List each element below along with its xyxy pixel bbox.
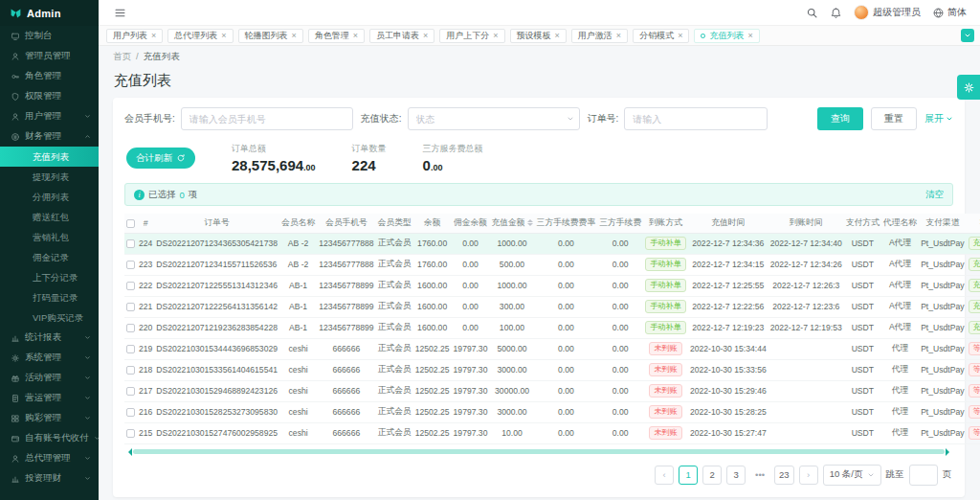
tab-options-button[interactable] [961,29,974,42]
table-row-215[interactable]: 215DS202210301527476002958925ceshi666666… [124,422,980,443]
scroll-left-icon[interactable] [124,448,132,456]
tab-分销模式[interactable]: 分销模式× [633,29,689,43]
col-amount[interactable]: 充值金额 [489,214,534,233]
tab-close-icon[interactable]: × [151,32,156,40]
row-checkbox[interactable] [126,303,135,311]
sidebar-item-管理员管理[interactable]: 管理员管理 [0,46,99,66]
cell-order-no: DS202212071225551314312346 [154,275,279,296]
totals-refresh-button[interactable]: 合计刷新 [126,148,195,169]
user-menu[interactable]: 超级管理员 [854,5,921,20]
table-row-223[interactable]: 223DS202212071234155711526536AB -2123456… [124,254,980,275]
sidebar-item-系统管理[interactable]: 系统管理 [0,348,99,368]
tab-close-icon[interactable]: × [555,32,560,40]
cell-order-no: DS202210301528253273095830 [154,401,279,422]
sidebar-subitem-分佣列表[interactable]: 分佣列表 [0,187,99,207]
tab-用户列表[interactable]: 用户列表× [106,29,163,43]
settings-panel-button[interactable] [957,75,980,100]
tab-close-icon[interactable]: × [493,32,498,40]
table-row-220[interactable]: 220DS202212071219236283854228AB-11234567… [124,317,980,338]
sidebar-item-统计报表[interactable]: 统计报表 [0,328,99,348]
breadcrumb-home[interactable]: 首页 [113,51,131,63]
tab-总代理列表[interactable]: 总代理列表× [167,29,233,43]
sidebar-item-用户管理[interactable]: 用户管理 [0,106,99,126]
sidebar-item-控制台[interactable]: 控制台 [0,26,99,46]
row-checkbox[interactable] [126,345,135,353]
filter-order: 订单号: [588,107,768,130]
search-icon[interactable] [806,7,818,19]
row-checkbox[interactable] [126,239,135,248]
sidebar-item-总代理管理[interactable]: 总代理管理 [0,448,99,468]
page-button-2[interactable]: 2 [702,466,722,485]
page-button-23[interactable]: 23 [774,466,794,485]
row-checkbox[interactable] [126,282,135,290]
table-row-224[interactable]: 224DS202212071234365305421738AB -2123456… [124,233,980,254]
logo[interactable]: Admin [0,0,99,26]
scroll-right-icon[interactable] [946,448,953,456]
sidebar-item-权限管理[interactable]: 权限管理 [0,86,99,106]
scrollbar-thumb[interactable] [133,449,945,454]
chevron-down-icon [84,455,91,462]
tab-close-icon[interactable]: × [747,32,752,40]
row-checkbox[interactable] [126,408,135,417]
row-checkbox[interactable] [126,324,135,332]
tab-close-icon[interactable]: × [616,32,621,40]
sidebar-subitem-佣金记录[interactable]: 佣金记录 [0,247,99,267]
sidebar-subitem-VIP购买记录[interactable]: VIP购买记录 [0,307,99,328]
tab-预设模板[interactable]: 预设模板× [510,29,567,43]
table-row-218[interactable]: 218DS202210301533561404615541ceshi666666… [124,359,980,380]
sidebar-item-角色管理[interactable]: 角色管理 [0,66,99,86]
language-switcher[interactable]: 简体 [932,6,967,19]
table-row-217[interactable]: 217DS202210301529468892423126ceshi666666… [124,380,980,401]
row-checkbox[interactable] [126,387,135,396]
status-select-input[interactable] [408,107,580,130]
sidebar-subitem-打码量记录[interactable]: 打码量记录 [0,287,99,307]
sort-icon[interactable] [527,216,533,229]
sidebar-subitem-营销礼包[interactable]: 营销礼包 [0,227,99,247]
tab-用户上下分[interactable]: 用户上下分× [439,29,504,43]
tab-轮播图列表[interactable]: 轮播图列表× [238,29,303,43]
tab-close-icon[interactable]: × [423,32,428,40]
page-size-select[interactable]: 10 条/页 [823,465,881,486]
sidebar-item-投资理财[interactable]: 投资理财 [0,468,99,489]
sidebar-subitem-充值列表[interactable]: 充值列表 [0,147,99,167]
sidebar-item-活动管理[interactable]: 活动管理 [0,368,99,388]
select-all-checkbox[interactable] [126,219,135,228]
row-checkbox[interactable] [126,261,135,269]
phone-input[interactable] [181,107,353,130]
tab-close-icon[interactable]: × [678,32,682,40]
page-button-1[interactable]: 1 [679,466,698,485]
tab-角色管理[interactable]: 角色管理× [308,29,365,43]
table-row-219[interactable]: 219DS202210301534443696853029ceshi666666… [124,338,980,359]
search-button[interactable]: 查询 [817,107,863,130]
status-select[interactable] [408,107,580,130]
clear-selection-link[interactable]: 清空 [925,189,944,201]
reset-button[interactable]: 重置 [871,107,917,130]
next-page-button[interactable]: › [799,466,818,485]
sidebar-item-财务管理[interactable]: 财务管理 [0,126,99,147]
horizontal-scrollbar[interactable] [124,448,953,456]
tab-用户激活[interactable]: 用户激活× [571,29,628,43]
sidebar-item-自有账号代收付[interactable]: 自有账号代收付 [0,428,99,448]
expand-toggle[interactable]: 展开 [924,112,953,125]
tab-close-icon[interactable]: × [353,32,358,40]
sidebar-subitem-赠送红包[interactable]: 赠送红包 [0,207,99,227]
collapse-menu-icon[interactable] [114,7,126,19]
table-row-222[interactable]: 222DS202212071225551314312346AB-11234567… [124,275,980,296]
table-row-216[interactable]: 216DS202210301528253273095830ceshi666666… [124,401,980,422]
prev-page-button[interactable]: ‹ [655,466,674,485]
sidebar-subitem-上下分记录[interactable]: 上下分记录 [0,267,99,287]
bell-icon[interactable] [830,7,842,19]
page-button-3[interactable]: 3 [726,466,746,485]
sidebar-item-购彩管理[interactable]: 购彩管理 [0,408,99,428]
tab-close-icon[interactable]: × [221,32,226,40]
order-input[interactable] [624,107,768,130]
sidebar-item-营运管理[interactable]: 营运管理 [0,388,99,408]
tab-员工申请表[interactable]: 员工申请表× [369,29,434,43]
table-row-221[interactable]: 221DS202212071222564131356142AB-11234567… [124,296,980,317]
row-checkbox[interactable] [126,366,135,375]
jump-page-input[interactable] [909,465,938,486]
row-checkbox[interactable] [126,429,135,438]
tab-充值列表[interactable]: 充值列表× [694,29,759,43]
sidebar-subitem-提现列表[interactable]: 提现列表 [0,167,99,187]
tab-close-icon[interactable]: × [292,32,297,40]
